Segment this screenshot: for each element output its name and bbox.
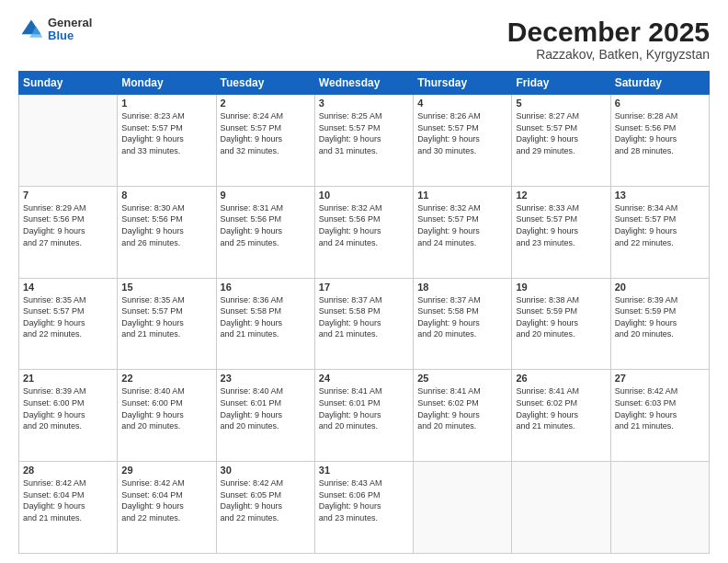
- day-info: Sunrise: 8:41 AM Sunset: 6:02 PM Dayligh…: [417, 385, 507, 431]
- day-number: 27: [615, 373, 705, 384]
- day-info: Sunrise: 8:28 AM Sunset: 5:56 PM Dayligh…: [615, 110, 705, 156]
- day-number: 3: [319, 98, 409, 109]
- day-cell: 29Sunrise: 8:42 AM Sunset: 6:04 PM Dayli…: [118, 462, 216, 554]
- day-info: Sunrise: 8:33 AM Sunset: 5:57 PM Dayligh…: [516, 202, 606, 248]
- logo: General Blue: [18, 17, 92, 43]
- day-number: 18: [417, 282, 507, 293]
- day-number: 1: [121, 98, 211, 109]
- week-row-1: 7Sunrise: 8:29 AM Sunset: 5:56 PM Daylig…: [19, 186, 710, 278]
- day-cell: 13Sunrise: 8:34 AM Sunset: 5:57 PM Dayli…: [610, 186, 709, 278]
- day-number: 10: [319, 190, 409, 201]
- day-number: 12: [516, 190, 606, 201]
- page: General Blue December 2025 Razzakov, Bat…: [0, 0, 728, 563]
- day-info: Sunrise: 8:37 AM Sunset: 5:58 PM Dayligh…: [319, 294, 409, 340]
- day-info: Sunrise: 8:37 AM Sunset: 5:58 PM Dayligh…: [417, 294, 507, 340]
- day-cell: 15Sunrise: 8:35 AM Sunset: 5:57 PM Dayli…: [118, 278, 216, 370]
- day-info: Sunrise: 8:32 AM Sunset: 5:56 PM Dayligh…: [319, 202, 409, 248]
- day-info: Sunrise: 8:36 AM Sunset: 5:58 PM Dayligh…: [221, 294, 311, 340]
- day-number: 30: [221, 465, 311, 476]
- day-info: Sunrise: 8:40 AM Sunset: 6:01 PM Dayligh…: [221, 385, 311, 431]
- day-number: 22: [121, 373, 211, 384]
- day-number: 15: [121, 282, 211, 293]
- day-info: Sunrise: 8:42 AM Sunset: 6:04 PM Dayligh…: [23, 477, 113, 523]
- calendar-header: SundayMondayTuesdayWednesdayThursdayFrid…: [19, 72, 710, 95]
- title-block: December 2025 Razzakov, Batken, Kyrgyzst…: [507, 17, 710, 62]
- day-info: Sunrise: 8:43 AM Sunset: 6:06 PM Dayligh…: [319, 477, 409, 523]
- day-cell: 31Sunrise: 8:43 AM Sunset: 6:06 PM Dayli…: [314, 462, 413, 554]
- day-info: Sunrise: 8:31 AM Sunset: 5:56 PM Dayligh…: [221, 202, 311, 248]
- day-header-saturday: Saturday: [610, 72, 709, 95]
- day-info: Sunrise: 8:42 AM Sunset: 6:05 PM Dayligh…: [221, 477, 311, 523]
- day-info: Sunrise: 8:34 AM Sunset: 5:57 PM Dayligh…: [615, 202, 705, 248]
- day-info: Sunrise: 8:26 AM Sunset: 5:57 PM Dayligh…: [417, 110, 507, 156]
- day-info: Sunrise: 8:30 AM Sunset: 5:56 PM Dayligh…: [121, 202, 211, 248]
- day-cell: 9Sunrise: 8:31 AM Sunset: 5:56 PM Daylig…: [216, 186, 314, 278]
- day-cell: 26Sunrise: 8:41 AM Sunset: 6:02 PM Dayli…: [512, 370, 610, 462]
- day-number: 24: [319, 373, 409, 384]
- day-cell: 4Sunrise: 8:26 AM Sunset: 5:57 PM Daylig…: [414, 95, 512, 187]
- day-cell: 30Sunrise: 8:42 AM Sunset: 6:05 PM Dayli…: [216, 462, 314, 554]
- day-cell: 1Sunrise: 8:23 AM Sunset: 5:57 PM Daylig…: [118, 95, 216, 187]
- header: General Blue December 2025 Razzakov, Bat…: [18, 17, 710, 62]
- calendar-body: 1Sunrise: 8:23 AM Sunset: 5:57 PM Daylig…: [19, 95, 710, 554]
- day-number: 8: [121, 190, 211, 201]
- day-cell: 8Sunrise: 8:30 AM Sunset: 5:56 PM Daylig…: [118, 186, 216, 278]
- day-cell: 17Sunrise: 8:37 AM Sunset: 5:58 PM Dayli…: [314, 278, 413, 370]
- day-cell: 7Sunrise: 8:29 AM Sunset: 5:56 PM Daylig…: [19, 186, 118, 278]
- day-info: Sunrise: 8:23 AM Sunset: 5:57 PM Dayligh…: [121, 110, 211, 156]
- month-title: December 2025: [507, 17, 710, 47]
- day-cell: 20Sunrise: 8:39 AM Sunset: 5:59 PM Dayli…: [610, 278, 709, 370]
- day-header-friday: Friday: [512, 72, 610, 95]
- day-number: 2: [221, 98, 311, 109]
- day-number: 11: [417, 190, 507, 201]
- day-number: 6: [615, 98, 705, 109]
- day-info: Sunrise: 8:27 AM Sunset: 5:57 PM Dayligh…: [516, 110, 606, 156]
- day-info: Sunrise: 8:39 AM Sunset: 5:59 PM Dayligh…: [615, 294, 705, 340]
- day-cell: 19Sunrise: 8:38 AM Sunset: 5:59 PM Dayli…: [512, 278, 610, 370]
- day-info: Sunrise: 8:39 AM Sunset: 6:00 PM Dayligh…: [23, 385, 113, 431]
- day-cell: 11Sunrise: 8:32 AM Sunset: 5:57 PM Dayli…: [414, 186, 512, 278]
- day-number: 26: [516, 373, 606, 384]
- day-number: 14: [23, 282, 113, 293]
- day-number: 17: [319, 282, 409, 293]
- day-cell: 3Sunrise: 8:25 AM Sunset: 5:57 PM Daylig…: [314, 95, 413, 187]
- week-row-0: 1Sunrise: 8:23 AM Sunset: 5:57 PM Daylig…: [19, 95, 710, 187]
- day-header-sunday: Sunday: [19, 72, 118, 95]
- day-header-wednesday: Wednesday: [314, 72, 413, 95]
- header-row: SundayMondayTuesdayWednesdayThursdayFrid…: [19, 72, 710, 95]
- day-cell: 14Sunrise: 8:35 AM Sunset: 5:57 PM Dayli…: [19, 278, 118, 370]
- day-number: 25: [417, 373, 507, 384]
- week-row-2: 14Sunrise: 8:35 AM Sunset: 5:57 PM Dayli…: [19, 278, 710, 370]
- day-cell: [414, 462, 512, 554]
- day-cell: 10Sunrise: 8:32 AM Sunset: 5:56 PM Dayli…: [314, 186, 413, 278]
- calendar-table: SundayMondayTuesdayWednesdayThursdayFrid…: [18, 71, 710, 554]
- day-number: 28: [23, 465, 113, 476]
- day-cell: 12Sunrise: 8:33 AM Sunset: 5:57 PM Dayli…: [512, 186, 610, 278]
- logo-text: General Blue: [48, 17, 92, 43]
- day-cell: 24Sunrise: 8:41 AM Sunset: 6:01 PM Dayli…: [314, 370, 413, 462]
- day-number: 31: [319, 465, 409, 476]
- day-number: 7: [23, 190, 113, 201]
- day-cell: 2Sunrise: 8:24 AM Sunset: 5:57 PM Daylig…: [216, 95, 314, 187]
- day-cell: 22Sunrise: 8:40 AM Sunset: 6:00 PM Dayli…: [118, 370, 216, 462]
- day-cell: 28Sunrise: 8:42 AM Sunset: 6:04 PM Dayli…: [19, 462, 118, 554]
- day-number: 4: [417, 98, 507, 109]
- day-cell: [512, 462, 610, 554]
- day-info: Sunrise: 8:41 AM Sunset: 6:02 PM Dayligh…: [516, 385, 606, 431]
- day-cell: [610, 462, 709, 554]
- day-number: 29: [121, 465, 211, 476]
- day-number: 19: [516, 282, 606, 293]
- day-info: Sunrise: 8:32 AM Sunset: 5:57 PM Dayligh…: [417, 202, 507, 248]
- day-info: Sunrise: 8:42 AM Sunset: 6:03 PM Dayligh…: [615, 385, 705, 431]
- day-number: 20: [615, 282, 705, 293]
- day-cell: 5Sunrise: 8:27 AM Sunset: 5:57 PM Daylig…: [512, 95, 610, 187]
- day-number: 23: [221, 373, 311, 384]
- day-cell: 25Sunrise: 8:41 AM Sunset: 6:02 PM Dayli…: [414, 370, 512, 462]
- day-info: Sunrise: 8:24 AM Sunset: 5:57 PM Dayligh…: [221, 110, 311, 156]
- day-cell: 21Sunrise: 8:39 AM Sunset: 6:00 PM Dayli…: [19, 370, 118, 462]
- day-info: Sunrise: 8:38 AM Sunset: 5:59 PM Dayligh…: [516, 294, 606, 340]
- day-number: 16: [221, 282, 311, 293]
- day-number: 21: [23, 373, 113, 384]
- day-info: Sunrise: 8:40 AM Sunset: 6:00 PM Dayligh…: [121, 385, 211, 431]
- day-header-thursday: Thursday: [414, 72, 512, 95]
